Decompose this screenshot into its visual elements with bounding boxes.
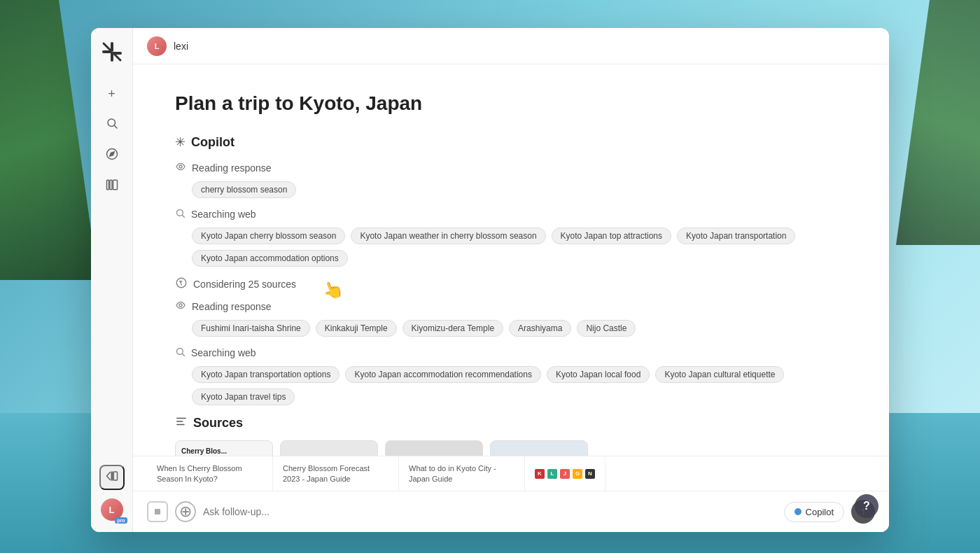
searching-web-label-2: Searching web [191, 347, 256, 358]
follow-up-input[interactable] [203, 506, 777, 517]
svg-line-15 [182, 215, 184, 217]
reading-icon-2 [175, 300, 186, 313]
tag-cultural-etiquette: Kyoto Japan cultural etiquette [655, 366, 784, 383]
plus-icon: + [108, 87, 115, 102]
sources-header: Sources [175, 415, 847, 430]
favicon-l: L [547, 469, 557, 479]
sources-grid: Cherry Blos... Best Root... When Is Cher… [175, 440, 847, 456]
header-user-avatar: L [147, 36, 167, 56]
question-mark-icon: ? [863, 500, 870, 512]
bottom-tab-3-label: What to do in Kyoto City - Japan Guide [409, 464, 496, 482]
page-title: Plan a trip to Kyoto, Japan [175, 92, 847, 115]
discover-button[interactable] [99, 143, 125, 168]
copilot-section-header: ✳ Copilot [175, 134, 847, 150]
tag-arashiyama: Arashiyama [509, 320, 571, 337]
favicon-n: N [585, 469, 595, 479]
pro-badge: pro [115, 517, 127, 524]
tag-travel-tips: Kyoto Japan travel tips [192, 388, 295, 405]
input-bar: ⊕ Copilot ↑ [133, 491, 889, 532]
compass-icon [106, 148, 118, 164]
main-content: Plan a trip to Kyoto, Japan ✳ Copilot Re… [133, 64, 889, 456]
new-thread-button[interactable]: + [99, 81, 125, 106]
copilot-indicator-dot [794, 508, 802, 515]
sources-icon [175, 415, 188, 430]
svg-point-18 [177, 349, 183, 355]
collapse-sidebar-button[interactable] [99, 465, 125, 490]
source-card-3[interactable]: Cherry Blossom Forecast 2023 - Japan Gui… [385, 440, 483, 456]
svg-rect-12 [113, 472, 117, 480]
tag-kyoto-attractions: Kyoto Japan top attractions [552, 227, 671, 244]
search-icon [106, 117, 118, 133]
tag-transport-options: Kyoto Japan transportation options [192, 366, 340, 383]
svg-rect-10 [113, 180, 117, 190]
tag-nijo: Nijo Castle [577, 320, 636, 337]
tag-kyoto-weather: Kyoto Japan weather in cherry blossom se… [351, 227, 545, 244]
reading-response-tags-2: Fushimi Inari-taisha Shrine Kinkakuji Te… [175, 320, 847, 337]
considering-sources-row: Considering 25 sources [175, 276, 847, 291]
sources-title: Sources [193, 416, 243, 430]
considering-icon [175, 276, 188, 291]
searching-web-label-1: Searching web [191, 209, 256, 220]
search-button[interactable] [99, 112, 125, 137]
source-card-4[interactable]: What to do in Kyoto City - Japan Guide [490, 440, 588, 456]
copilot-star-icon: ✳ [175, 134, 186, 150]
tag-accommodation-rec: Kyoto Japan accommodation recommendation… [345, 366, 540, 383]
considering-label: Considering 25 sources [193, 279, 296, 290]
content-area: L lexi Plan a trip to Kyoto, Japan ✳ Cop… [133, 28, 889, 532]
svg-point-14 [177, 210, 183, 216]
stop-button[interactable] [147, 501, 168, 522]
reading-response-row-1: Reading response [175, 161, 847, 174]
search-icon-2 [175, 346, 186, 359]
bottom-tabs-bar: When Is Cherry Blossom Season In Kyoto? … [133, 456, 889, 491]
header-username: lexi [174, 41, 188, 52]
plus-circle-icon: ⊕ [179, 504, 192, 519]
add-attachment-button[interactable]: ⊕ [175, 501, 196, 522]
library-button[interactable] [99, 174, 125, 199]
svg-line-19 [182, 354, 184, 356]
library-icon [106, 178, 118, 195]
tag-kyoto-accommodation: Kyoto Japan accommodation options [192, 250, 348, 267]
svg-rect-23 [155, 509, 160, 514]
tag-local-food: Kyoto Japan local food [547, 366, 650, 383]
user-avatar[interactable]: L pro [101, 498, 123, 521]
tag-kinkakuji: Kinkakuji Temple [316, 320, 397, 337]
copilot-toggle-button[interactable]: Copilot [784, 502, 844, 522]
source-card-2[interactable]: When Is Cherry Blossom Season In Kyoto? [280, 440, 378, 456]
source-card-1[interactable]: Cherry Blos... Best Root... [175, 440, 273, 456]
copilot-label: Copilot [191, 135, 234, 150]
bottom-tab-2-label: Cherry Blossom Forecast 2023 - Japan Gui… [283, 464, 370, 482]
favicon-g: G [573, 469, 582, 479]
svg-rect-9 [110, 180, 112, 190]
svg-point-13 [179, 165, 182, 168]
searching-web-tags-2: Kyoto Japan transportation options Kyoto… [175, 366, 847, 405]
main-window: + [91, 28, 889, 532]
tag-kyoto-cherry: Kyoto Japan cherry blossom season [192, 227, 345, 244]
bottom-tab-1[interactable]: When Is Cherry Blossom Season In Kyoto? [147, 456, 273, 491]
collapse-icon [106, 470, 118, 485]
favicon-j: J [560, 469, 570, 479]
bottom-tab-1-label: When Is Cherry Blossom Season In Kyoto? [157, 464, 242, 482]
svg-point-4 [108, 119, 115, 127]
reading-response-label-1: Reading response [192, 162, 272, 174]
search-icon-1 [175, 208, 186, 220]
svg-line-5 [114, 125, 117, 128]
help-button[interactable]: ? [855, 494, 878, 518]
svg-rect-8 [106, 180, 108, 190]
favicon-k: K [535, 469, 545, 479]
bottom-tab-3[interactable]: What to do in Kyoto City - Japan Guide [399, 456, 525, 491]
reading-response-label-2: Reading response [192, 301, 272, 312]
svg-rect-11 [111, 472, 113, 480]
svg-marker-7 [109, 151, 113, 155]
svg-point-17 [179, 304, 182, 307]
tag-kiyomizu: Kiyomizu-dera Temple [402, 320, 504, 337]
copilot-button-label: Copilot [806, 507, 834, 517]
header-bar: L lexi [133, 28, 889, 64]
app-logo [99, 39, 125, 64]
reading-icon-1 [175, 161, 186, 174]
reading-response-row-2: Reading response [175, 300, 847, 313]
sidebar: + [91, 28, 133, 532]
tag-fushimi: Fushimi Inari-taisha Shrine [192, 320, 310, 337]
bottom-tab-2[interactable]: Cherry Blossom Forecast 2023 - Japan Gui… [273, 456, 399, 491]
tag-kyoto-transportation: Kyoto Japan transportation [677, 227, 795, 244]
source-card-1-title: Cherry Blos... [181, 447, 267, 456]
